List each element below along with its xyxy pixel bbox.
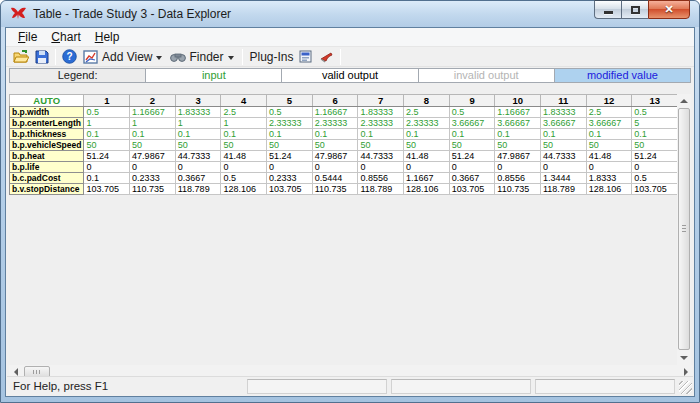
table-cell[interactable]: 110.735 xyxy=(495,184,541,195)
table-cell[interactable]: 0 xyxy=(175,162,221,173)
table-cell[interactable]: 0.1 xyxy=(312,129,358,140)
table-cell[interactable]: 1.83333 xyxy=(358,107,404,118)
table-cell[interactable]: 50 xyxy=(267,140,313,151)
row-label[interactable]: b.p.life xyxy=(10,162,84,173)
table-cell[interactable]: 50 xyxy=(130,140,176,151)
table-cell[interactable]: 5 xyxy=(632,118,678,129)
table-cell[interactable]: 0.1 xyxy=(449,129,495,140)
table-cell[interactable]: 0.5 xyxy=(267,107,313,118)
table-cell[interactable]: 0.1 xyxy=(130,129,176,140)
table-cell[interactable]: 2.5 xyxy=(221,107,267,118)
table-cell[interactable]: 3.66667 xyxy=(541,118,587,129)
column-header-5[interactable]: 5 xyxy=(267,95,313,107)
table-cell[interactable]: 103.705 xyxy=(449,184,495,195)
menu-chart[interactable]: Chart xyxy=(44,29,87,45)
table-cell[interactable]: 110.735 xyxy=(130,184,176,195)
table-cell[interactable]: 0.3667 xyxy=(175,173,221,184)
column-header-2[interactable]: 2 xyxy=(130,95,176,107)
table-cell[interactable]: 2.5 xyxy=(586,107,632,118)
column-header-4[interactable]: 4 xyxy=(221,95,267,107)
table-cell[interactable]: 0 xyxy=(312,162,358,173)
row-label[interactable]: b.p.width xyxy=(10,107,84,118)
table-cell[interactable]: 0.1 xyxy=(541,129,587,140)
table-cell[interactable]: 50 xyxy=(449,140,495,151)
table-cell[interactable]: 50 xyxy=(175,140,221,151)
table-cell[interactable]: 128.106 xyxy=(404,184,450,195)
help-button[interactable]: ? xyxy=(61,49,78,65)
table-cell[interactable]: 1.83333 xyxy=(541,107,587,118)
table-cell[interactable]: 0.8556 xyxy=(495,173,541,184)
table-cell[interactable]: 0.5444 xyxy=(312,173,358,184)
column-header-7[interactable]: 7 xyxy=(358,95,404,107)
table-cell[interactable]: 0.3667 xyxy=(449,173,495,184)
title-bar[interactable]: Table - Trade Study 3 - Data Explorer ✕ xyxy=(1,1,699,27)
row-label[interactable]: b.v.stopDistance xyxy=(10,184,84,195)
plugin-flag-button[interactable] xyxy=(318,49,335,65)
scroll-down-button[interactable] xyxy=(677,351,691,365)
table-cell[interactable]: 103.705 xyxy=(267,184,313,195)
column-header-13[interactable]: 13 xyxy=(632,95,678,107)
table-cell[interactable]: 51.24 xyxy=(267,151,313,162)
table-cell[interactable]: 0.5 xyxy=(221,173,267,184)
table-cell[interactable]: 0.1 xyxy=(632,129,678,140)
table-cell[interactable]: 0.1 xyxy=(221,129,267,140)
row-label[interactable]: b.p.heat xyxy=(10,151,84,162)
table-cell[interactable]: 0.1 xyxy=(358,129,404,140)
table-cell[interactable]: 103.705 xyxy=(84,184,130,195)
plugin-window-button[interactable] xyxy=(297,49,314,65)
table-cell[interactable]: 3.66667 xyxy=(495,118,541,129)
table-cell[interactable]: 0 xyxy=(495,162,541,173)
table-cell[interactable]: 50 xyxy=(586,140,632,151)
table-cell[interactable]: 50 xyxy=(632,140,678,151)
table-cell[interactable]: 0.8556 xyxy=(358,173,404,184)
table-cell[interactable]: 0 xyxy=(358,162,404,173)
vertical-scroll-thumb[interactable] xyxy=(678,108,690,350)
table-cell[interactable]: 41.48 xyxy=(404,151,450,162)
table-cell[interactable]: 0.5 xyxy=(632,107,678,118)
table-cell[interactable]: 103.705 xyxy=(632,184,678,195)
table-cell[interactable]: 50 xyxy=(404,140,450,151)
menu-file[interactable]: File xyxy=(11,29,44,45)
maximize-button[interactable] xyxy=(621,0,648,19)
table-cell[interactable]: 50 xyxy=(495,140,541,151)
table-cell[interactable]: 1.16667 xyxy=(312,107,358,118)
close-button[interactable]: ✕ xyxy=(648,0,690,19)
table-cell[interactable]: 0.5 xyxy=(84,107,130,118)
table-cell[interactable]: 0.2333 xyxy=(267,173,313,184)
finder-dropdown-icon[interactable] xyxy=(228,56,234,60)
column-header-1[interactable]: 1 xyxy=(84,95,130,107)
table-cell[interactable]: 0.5 xyxy=(449,107,495,118)
table-cell[interactable]: 2.5 xyxy=(404,107,450,118)
table-cell[interactable]: 0.5 xyxy=(632,173,678,184)
table-cell[interactable]: 0 xyxy=(130,162,176,173)
table-cell[interactable]: 0 xyxy=(84,162,130,173)
open-file-button[interactable] xyxy=(12,49,29,65)
column-header-6[interactable]: 6 xyxy=(312,95,358,107)
table-cell[interactable]: 1 xyxy=(175,118,221,129)
table-cell[interactable]: 2.33333 xyxy=(312,118,358,129)
vertical-scrollbar[interactable] xyxy=(677,94,691,365)
table-cell[interactable]: 0 xyxy=(221,162,267,173)
column-header-auto[interactable]: AUTO xyxy=(10,95,84,107)
table-cell[interactable]: 47.9867 xyxy=(495,151,541,162)
table-cell[interactable]: 1 xyxy=(221,118,267,129)
table-cell[interactable]: 0.1 xyxy=(404,129,450,140)
table-cell[interactable]: 3.66667 xyxy=(586,118,632,129)
table-cell[interactable]: 47.9867 xyxy=(312,151,358,162)
table-cell[interactable]: 1 xyxy=(84,118,130,129)
table-cell[interactable]: 118.789 xyxy=(358,184,404,195)
row-label[interactable]: b.p.thickness xyxy=(10,129,84,140)
table-cell[interactable]: 0.1 xyxy=(267,129,313,140)
table-cell[interactable]: 1.8333 xyxy=(586,173,632,184)
resize-grip-icon[interactable] xyxy=(679,381,692,394)
table-cell[interactable]: 0.1 xyxy=(84,173,130,184)
table-cell[interactable]: 50 xyxy=(84,140,130,151)
table-cell[interactable]: 2.33333 xyxy=(358,118,404,129)
table-cell[interactable]: 41.48 xyxy=(221,151,267,162)
table-cell[interactable]: 118.789 xyxy=(541,184,587,195)
table-cell[interactable]: 50 xyxy=(541,140,587,151)
table-cell[interactable]: 118.789 xyxy=(175,184,221,195)
save-button[interactable] xyxy=(33,49,50,65)
table-cell[interactable]: 44.7333 xyxy=(358,151,404,162)
table-cell[interactable]: 1 xyxy=(130,118,176,129)
